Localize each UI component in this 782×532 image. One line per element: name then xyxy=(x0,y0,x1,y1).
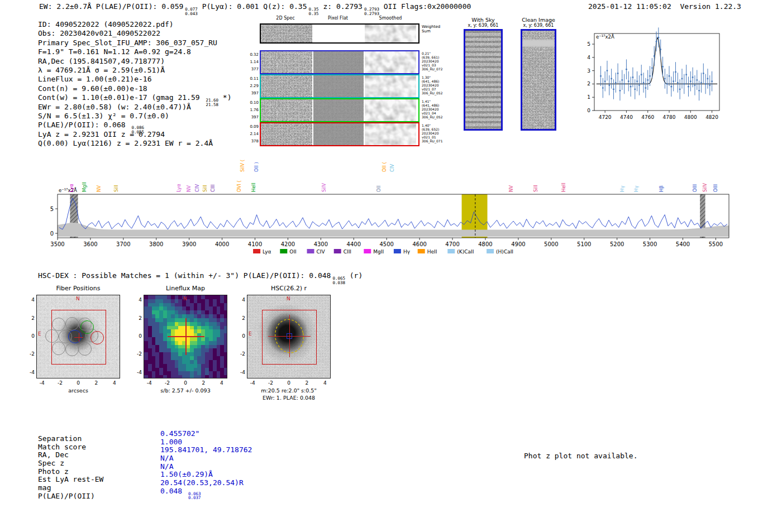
withsky-panel: With Sky x, y: 639, 661 xyxy=(461,17,505,131)
svg-text:5500: 5500 xyxy=(709,241,723,247)
svg-text:NV: NV xyxy=(186,185,192,192)
svg-text:4000: 4000 xyxy=(215,241,229,247)
svg-text:Lyα: Lyα xyxy=(176,184,182,192)
pixel-flat-image xyxy=(313,75,364,97)
svg-text:NV: NV xyxy=(96,185,102,192)
fiber-positions-cutout: Fiber Positions N E arcsecs -4-4-2-20022… xyxy=(27,285,130,405)
stacked-uncertainty: 0.0650.038 xyxy=(332,276,345,285)
svg-text:5100: 5100 xyxy=(577,241,591,247)
fiber-circle xyxy=(65,317,79,330)
pixel-flat-image xyxy=(313,123,364,145)
stacked-uncertainty: 0.0770.043 xyxy=(185,7,198,16)
compass-east: E xyxy=(249,331,252,337)
svg-text:5: 5 xyxy=(50,206,54,212)
match-row-label: P(LAE)/P(OII) xyxy=(38,492,103,501)
detection-info-block: ID: 4090522022 (4090522022.pdf)Obs: 2023… xyxy=(38,20,231,148)
match-row-value: 0.455702" xyxy=(160,430,252,438)
withsky-coords: x, y: 639, 661 xyxy=(461,23,505,28)
cutout-xtick: 4 xyxy=(321,380,330,386)
info-line: λ = 4769.21Å σ = 2.59(±0.51)Å xyxy=(38,66,231,75)
clean-image-title: Clean Image xyxy=(518,17,559,23)
cutout-xtick: 0 xyxy=(284,380,293,386)
stacked-uncertainty: 0.350.35 xyxy=(309,7,319,16)
cutout-xtick: -4 xyxy=(37,380,46,386)
svg-text:3700: 3700 xyxy=(116,241,130,247)
photz-note: Phot z plot not available. xyxy=(524,452,638,460)
compass-east: E xyxy=(38,331,41,337)
spec2d-image xyxy=(261,51,312,73)
match-row-label: Photo z xyxy=(38,468,103,476)
spec2d-row xyxy=(260,122,419,146)
svg-text:OIII: OIII xyxy=(692,184,698,192)
svg-text:3: 3 xyxy=(587,68,590,74)
info-line: F=1.9" T=0.161 N=1.12 A=0.92 g=24.8 xyxy=(38,47,231,56)
svg-text:OII ): OII ) xyxy=(254,162,259,172)
svg-text:CIV: CIV xyxy=(194,184,200,192)
cutout-xtick: -2 xyxy=(266,380,275,386)
cutout-ytick: 4 xyxy=(134,297,142,303)
svg-text:4720: 4720 xyxy=(599,114,612,120)
svg-text:SiIV: SiIV xyxy=(321,183,327,192)
target-cross-v xyxy=(79,333,79,342)
svg-text:SiIV: SiIV xyxy=(702,183,708,192)
withsky-image xyxy=(464,29,503,131)
svg-text:Hβ: Hβ xyxy=(659,185,664,192)
pixel-flat-image xyxy=(313,51,364,73)
cutout-ytick: 2 xyxy=(237,315,245,321)
info-line: S/N = 6.5(±1.3) χ² = 0.7(±0.0) xyxy=(38,112,231,121)
full-spectrum-plot: 3500360037003800390040004100420043004400… xyxy=(47,150,740,261)
info-line: Cont(w) = 1.10(±0.01)e-17 (gmag 21.59 21… xyxy=(38,93,231,102)
cutout-xtick: 4 xyxy=(110,380,119,386)
svg-text:4600: 4600 xyxy=(412,241,426,247)
cutout-ytick: -2 xyxy=(134,351,142,357)
svg-text:CIII: CIII xyxy=(344,249,351,255)
svg-text:CIV: CIV xyxy=(317,249,326,255)
fiber-circle xyxy=(65,343,79,356)
svg-text:4820: 4820 xyxy=(705,114,718,120)
cutout-ytick: -4 xyxy=(237,370,245,375)
match-table-labels: SeparationMatch scoreRA, DecSpec zPhoto … xyxy=(38,435,103,501)
svg-text:3900: 3900 xyxy=(182,241,196,247)
weighted-sum-label: WeightedSum xyxy=(422,25,452,33)
match-row-value: N/A xyxy=(160,454,252,463)
cutout-xtick: 0 xyxy=(181,380,190,386)
info-line: Cont(n) = 9.60(±0.00)e-18 xyxy=(38,84,231,93)
spec2d-row-annotation: 1.30"(641, 486)20230420v021_07306_RU_052 xyxy=(422,75,452,95)
svg-text:Lyα: Lyα xyxy=(69,184,74,192)
cutout-xtick: 2 xyxy=(199,380,208,386)
lineflux-map-cutout: Lineflux Map N s/b: 2.57 +/- 0.093 -4-4-… xyxy=(134,285,237,405)
pixel-flat-image xyxy=(313,25,364,42)
cutout-xtick: 2 xyxy=(302,380,311,386)
cutout-xtick: -2 xyxy=(56,380,65,386)
svg-text:4800: 4800 xyxy=(478,241,492,247)
match-row-label: mag xyxy=(38,484,103,492)
svg-text:4: 4 xyxy=(587,55,590,60)
cutout-ytick: 0 xyxy=(27,333,35,339)
match-row-label: RA, Dec xyxy=(38,451,103,459)
svg-text:3500: 3500 xyxy=(50,241,64,247)
info-line: RA,Dec (195.841507,49.718777) xyxy=(38,57,231,66)
cutout-ytick: 2 xyxy=(27,315,35,321)
fiber-positions-title: Fiber Positions xyxy=(36,285,120,292)
svg-text:5: 5 xyxy=(587,41,590,47)
svg-text:SiII: SiII xyxy=(202,185,208,192)
match-row-value: 20.54(20.53,20.54)R xyxy=(160,479,252,487)
stacked-uncertainty: 0.0630.037 xyxy=(188,492,201,500)
svg-text:4780: 4780 xyxy=(663,114,676,120)
spec2d-col-header: Pixel Flat xyxy=(328,16,348,21)
smoothed-image xyxy=(365,123,416,145)
svg-text:OIII: OIII xyxy=(713,184,718,192)
svg-text:OVI (: OVI ( xyxy=(236,180,242,192)
pixel-flat-image xyxy=(313,99,364,121)
info-line: Q(0.00) Lyα(1216) z = 2.9231 EW r = 2.4Å xyxy=(38,139,231,148)
svg-text:3800: 3800 xyxy=(149,241,163,247)
spec2d-col-header: Smoothed xyxy=(379,16,402,21)
cutout-xtick: 2 xyxy=(92,380,101,386)
match-row-value: 1.50(±0.29)Å xyxy=(160,471,252,479)
spec2d-row-left-labels: 0.321.14377 xyxy=(247,51,259,73)
match-row-value: 195.841701, 49.718762 xyxy=(160,446,252,454)
spec2d-section: 2D Spec Pixel Flat Smoothed WeightedSum0… xyxy=(247,16,454,150)
info-line: Obs: 20230420v021_4090522022 xyxy=(38,29,231,38)
compass-north: N xyxy=(287,296,290,301)
svg-text:0: 0 xyxy=(50,231,54,237)
